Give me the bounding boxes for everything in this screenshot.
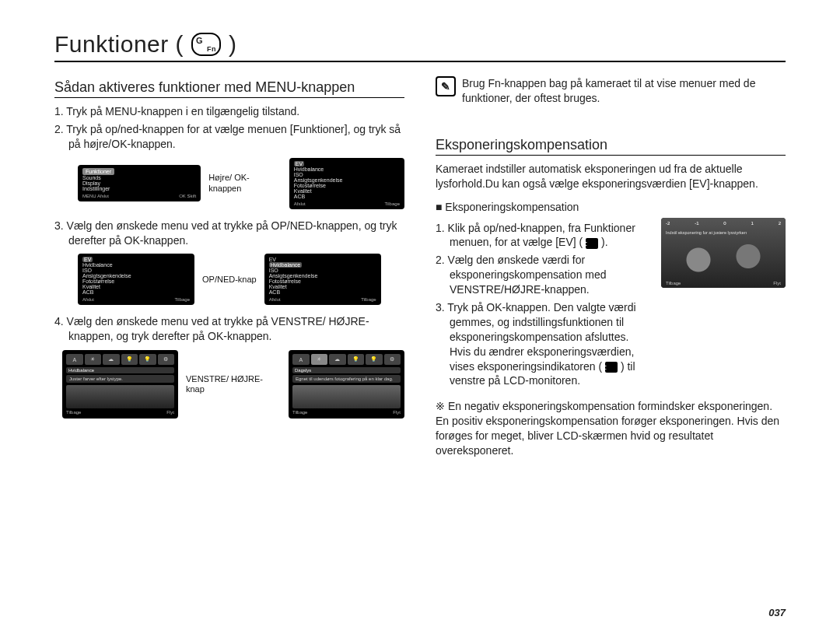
note-text: Brug Fn-knappen bag på kameraet til at v… <box>462 76 786 106</box>
lcd-menu-left: Funktioner Sounds Display Indstillinger … <box>78 165 201 201</box>
step-4: 4. Vælg den ønskede menu ved at trykke p… <box>54 314 404 344</box>
ev-step-1: 1. Klik på op/ned-knappen, fra Funktione… <box>436 221 652 250</box>
subhead-ev: Eksponeringskompensation <box>436 137 786 156</box>
right-column: ✎ Brug Fn-knappen bag på kameraet til at… <box>436 76 786 461</box>
screens-row-2: EV Hvidbalance ISO Ansigtsgenkendelse Fo… <box>78 254 404 305</box>
left-column: Sådan aktiveres funktioner med MENU-knap… <box>54 76 404 461</box>
title-text-right: ) <box>229 31 237 58</box>
label-up-down: OP/NED-knap <box>202 275 257 285</box>
ev-step-2: 2. Vælg den ønskede værdi for eksponerin… <box>436 253 652 297</box>
lcd-list-a: EV Hvidbalance ISO Ansigtsgenkendelse Fo… <box>78 254 194 305</box>
page-title: Funktioner ( G Fn ) <box>54 31 786 62</box>
title-text-left: Funktioner ( <box>54 31 184 58</box>
label-right-ok: Højre/ OK-knappen <box>208 173 282 193</box>
lcd-wb-right: A☀☁💡💡⚙ Dagslys Egnet til udendørs fotogr… <box>289 350 404 419</box>
subhead-activate: Sådan aktiveres funktioner med MENU-knap… <box>54 79 404 98</box>
lcd-menu-right-1: EV Hvidbalance ISO Ansigtsgenkendelse Fo… <box>289 158 404 209</box>
step-3: 3. Vælg den ønskede menu ved at trykke p… <box>54 219 404 248</box>
ev-intro: Kameraet indstiller automatisk eksponeri… <box>436 162 786 191</box>
ev-step-3-top: 3. Tryk på OK-knappen. Den valgte værdi … <box>436 300 652 388</box>
step-2: 2. Tryk på op/ned-knappen for at vælge m… <box>54 122 404 152</box>
note-icon: ✎ <box>436 76 456 96</box>
ev-warning: ※ En negativ eksponeringskompensation fo… <box>436 399 786 458</box>
tip-note: ✎ Brug Fn-knappen bag på kameraet til at… <box>436 76 786 106</box>
fn-icon: G Fn <box>191 33 221 56</box>
ev-icon: ± <box>605 362 618 373</box>
page-number: 037 <box>768 607 786 618</box>
lcd-list-b: EV Hvidbalance ISO Ansigtsgenkendelse Fo… <box>264 254 381 305</box>
step-1: 1. Tryk på MENU-knappen i en tilgængelig… <box>54 104 404 119</box>
ev-icon: ± <box>586 238 598 249</box>
ev-bullet: Eksponeringskompensation <box>436 201 786 213</box>
lcd-ev-preview: -2 -1 0 1 2 Indstil eksponering for at j… <box>661 218 786 288</box>
screens-row-3: A☀☁💡💡⚙ Hvidbalance Juster farver efter l… <box>62 350 404 419</box>
lcd-wb-left: A☀☁💡💡⚙ Hvidbalance Juster farver efter l… <box>62 350 178 419</box>
screens-row-1: Funktioner Sounds Display Indstillinger … <box>78 158 404 209</box>
label-left-right: VENSTRE/ HØJRE-knap <box>186 374 281 394</box>
